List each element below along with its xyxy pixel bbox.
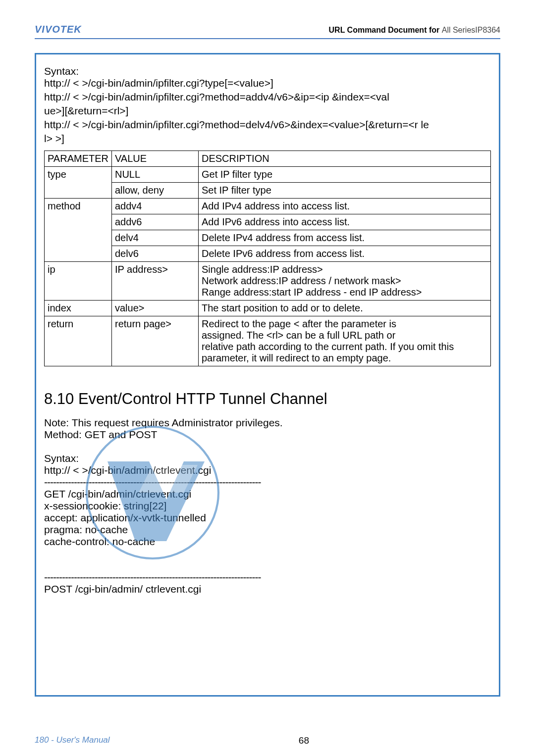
section-url: http:// < >/cgi-bin/admin/ctrlevent.cgi bbox=[44, 464, 491, 476]
footer-page-number: 68 bbox=[299, 735, 309, 746]
section-method: Method: GET and POST bbox=[44, 429, 491, 441]
section-syntax-label: Syntax: bbox=[44, 453, 491, 464]
get-request-block: GET /cgi-bin/admin/ctrlevent.cgi x-sessi… bbox=[44, 488, 491, 548]
syntax-label: Syntax: bbox=[44, 65, 491, 77]
parameter-table: PARAMETER VALUE DESCRIPTION typeNULLGet … bbox=[44, 151, 491, 366]
page-footer: 180 - User's Manual 68 . bbox=[35, 735, 500, 746]
doc-title: URL Command Document for All SeriesIP836… bbox=[329, 26, 500, 35]
syntax-line: http:// < >/cgi-bin/admin/ipfilter.cgi?t… bbox=[44, 77, 491, 89]
syntax-line: l> >] bbox=[44, 133, 491, 145]
separator-dashes: ----------------------------------------… bbox=[44, 571, 491, 583]
footer-left: 180 - User's Manual bbox=[35, 735, 110, 746]
section-note: Note: This request requires Administrato… bbox=[44, 417, 491, 429]
page-header: VIVOTEK URL Command Document for All Ser… bbox=[35, 24, 500, 39]
col-parameter: PARAMETER bbox=[45, 151, 112, 167]
col-value: VALUE bbox=[111, 151, 198, 167]
syntax-line: http:// < >/cgi-bin/admin/ipfilter.cgi?m… bbox=[44, 119, 491, 131]
brand-label: VIVOTEK bbox=[35, 24, 82, 35]
post-request-block: POST /cgi-bin/admin/ ctrlevent.cgi bbox=[44, 583, 491, 595]
table-header-row: PARAMETER VALUE DESCRIPTION bbox=[45, 151, 491, 167]
syntax-line: ue>][&return=<rl>] bbox=[44, 105, 491, 117]
syntax-line: http:// < >/cgi-bin/admin/ipfilter.cgi?m… bbox=[44, 91, 491, 103]
col-description: DESCRIPTION bbox=[198, 151, 490, 167]
section-heading: 8.10 Event/Control HTTP Tunnel Channel bbox=[44, 390, 491, 408]
content-frame: Syntax: http:// < >/cgi-bin/admin/ipfilt… bbox=[35, 53, 500, 697]
separator-dashes: ----------------------------------------… bbox=[44, 476, 491, 488]
